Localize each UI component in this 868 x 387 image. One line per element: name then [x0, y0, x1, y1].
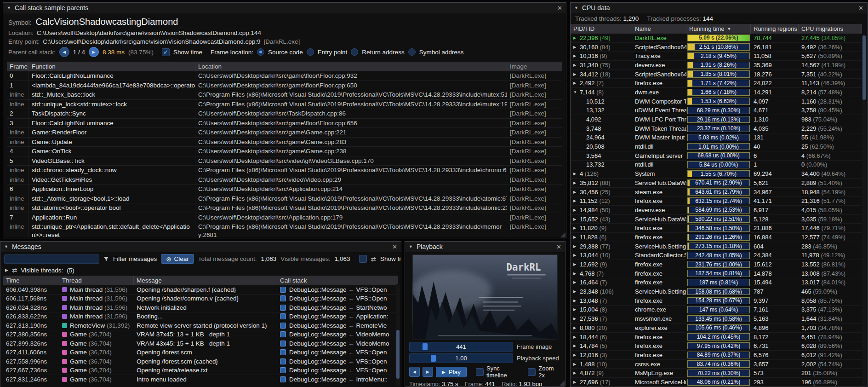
- column-header-pid[interactable]: PID/TID: [571, 24, 632, 34]
- callstack-button[interactable]: [280, 323, 286, 329]
- cpu-thread-row[interactable]: ▶14,984 (50)devenv.exe584.69 ms (2.53%)6…: [571, 206, 862, 215]
- callstack-button[interactable]: [280, 376, 286, 382]
- callstack-button[interactable]: [280, 331, 286, 337]
- callstack-frame-row[interactable]: 6Application::InnerLoopC:\Users\wolf\Des…: [7, 185, 562, 194]
- cpu-thread-row[interactable]: ▶11,820 (9)firefox.exe346.58 ms (1.50%)2…: [571, 224, 862, 233]
- close-icon[interactable]: ✕: [556, 243, 561, 250]
- zoom-2x-checkbox[interactable]: [528, 368, 536, 376]
- cpu-thread-row[interactable]: ▶29,388 (77)ServiceHub.SettingsHost273.1…: [571, 242, 862, 251]
- cpu-thread-row[interactable]: ▶11,828 (6)firefox.exe291.26 ms (1.26%)1…: [571, 233, 862, 242]
- expand-arrow-icon[interactable]: ▶: [573, 36, 580, 40]
- vertical-scrollbar[interactable]: [862, 35, 866, 386]
- cpu-thread-row[interactable]: ▶12,016 (3)firefox.exe84.89 ms (0.37%)6,…: [571, 351, 862, 360]
- radio-return-address[interactable]: [351, 48, 358, 56]
- expand-arrow-icon[interactable]: ▶: [573, 335, 580, 339]
- callstack-button[interactable]: [280, 287, 286, 293]
- expand-arrow-icon[interactable]: ▶: [573, 190, 580, 194]
- cpu-thread-row[interactable]: ▶13,044 (10)StandardCollector.Servic242.…: [571, 251, 862, 260]
- cpu-thread-row[interactable]: 13,132uDWM Event Thread68.29 ms (0.30%)4…: [571, 106, 862, 116]
- collapse-icon[interactable]: ▼: [409, 244, 413, 249]
- expand-arrow-icon[interactable]: ▶: [573, 45, 580, 49]
- expand-arrow-icon[interactable]: ▶: [573, 317, 580, 321]
- message-row[interactable]: 627,558,996nsGame (36,704)Opening /fores…: [3, 357, 398, 366]
- message-row[interactable]: 627,831,246nsGame (36,704)Intro menu loa…: [3, 375, 398, 384]
- message-row[interactable]: 626,833,622nsMain thread (31,596)Booting…: [3, 312, 398, 322]
- cpu-thread-row[interactable]: ▶30,160 (84)ScriptedSandbox64.exe2.51 s …: [571, 43, 862, 52]
- message-row[interactable]: 627,399,326nsGame (36,704)VRAM 43x45: 15…: [3, 339, 398, 348]
- cpu-thread-row[interactable]: 13,732ntdll.dll5.84 us (0.00%)10 (0.00%): [571, 161, 862, 170]
- callstack-button[interactable]: [280, 305, 286, 311]
- prev-parent-button[interactable]: ◀: [59, 47, 69, 57]
- column-header-cpu-migrations[interactable]: CPU migrations: [799, 24, 862, 34]
- message-row[interactable]: 627,667,736nsGame (36,704)Opening /meta/…: [3, 366, 398, 375]
- callstack-titlebar[interactable]: ▼ Call stack sample parents ✕: [3, 3, 566, 13]
- expand-arrow-icon[interactable]: ▶: [573, 299, 580, 303]
- radio-symbol-address[interactable]: [408, 48, 416, 56]
- message-row[interactable]: 627,411,606nsGame (36,704)Opening /fores…: [3, 348, 398, 358]
- close-icon[interactable]: ✕: [858, 5, 863, 12]
- filter-input[interactable]: [4, 254, 99, 264]
- next-parent-button[interactable]: ▶: [89, 47, 99, 57]
- callstack-frame-row[interactable]: inlineGame::UpdateC:\Users\wolf\Desktop\…: [7, 138, 562, 147]
- column-header-image[interactable]: Image: [507, 62, 562, 71]
- expand-arrow-icon[interactable]: ▶: [573, 226, 580, 230]
- column-header-time[interactable]: Time: [3, 276, 59, 285]
- callstack-button[interactable]: [280, 295, 286, 301]
- step-back-button[interactable]: ◀: [409, 367, 420, 377]
- playback-frame-image[interactable]: DarkRL: [412, 254, 558, 340]
- cpu-thread-row[interactable]: ▶15,004 (8)chrome.exe147 ms (0.64%)7,161…: [571, 306, 862, 315]
- callstack-button[interactable]: [280, 341, 286, 347]
- expand-arrow-icon[interactable]: ▶: [573, 81, 580, 85]
- scrollbar-thumb[interactable]: [862, 35, 866, 100]
- expand-arrow-icon[interactable]: ▶: [573, 208, 580, 212]
- callstack-frame-row[interactable]: inlinestd::_Mutex_base::lockC:\Program F…: [7, 90, 562, 100]
- callstack-button[interactable]: [280, 358, 286, 364]
- cpu-thread-row[interactable]: ▶10,316 (9)Tracy.exe2.18 s (9.45%)11,058…: [571, 52, 862, 61]
- expand-arrow-icon[interactable]: ▶: [573, 262, 580, 266]
- sync-timeline-checkbox[interactable]: [476, 368, 484, 376]
- collapse-icon[interactable]: ▼: [7, 6, 11, 10]
- cpu-thread-row[interactable]: ▶11,152 (12)firefox.exe632.15 ms (2.74%)…: [571, 196, 862, 206]
- expand-arrow-icon[interactable]: ▶: [573, 199, 580, 203]
- column-header-location[interactable]: Location: [195, 62, 507, 71]
- frame-image-slider[interactable]: 441: [409, 342, 513, 352]
- callstack-frame-row[interactable]: inlinestd::atomic<bool>::operator boolC:…: [7, 203, 562, 213]
- cpu-thread-row[interactable]: ▶35,812 (88)ServiceHub.DataWarehou670.41…: [571, 179, 862, 188]
- callstack-frame-row[interactable]: 7Application::RunC:\Users\wolf\Desktop\d…: [7, 213, 562, 223]
- expand-arrow-icon[interactable]: ▶: [573, 353, 580, 357]
- vertical-scrollbar[interactable]: [396, 284, 400, 386]
- callstack-frame-row[interactable]: inlineVideo::GetTicksHiResC:\Users\wolf\…: [7, 175, 562, 185]
- callstack-frame-row[interactable]: inlinestd::_Atomic_storage<bool,1>::load…: [7, 194, 562, 204]
- playback-titlebar[interactable]: ▼ Playback ✕: [405, 242, 565, 252]
- expand-arrow-icon[interactable]: ▶: [573, 244, 580, 248]
- play-button[interactable]: ▶Play: [436, 367, 467, 377]
- cpu-thread-row[interactable]: ▶16,464 (7)firefox.exe187 ms (0.81%)15,4…: [571, 278, 862, 288]
- message-row[interactable]: 627,313,190nsRemoteView (31,392)Remote v…: [3, 321, 398, 330]
- callstack-frame-row[interactable]: 0Floor::CalcLightNoLuminanceC:\Users\wol…: [7, 71, 562, 81]
- cpu-thread-row[interactable]: ▶27,696 (17)Microsoft.ServiceHub.Co48.06…: [571, 378, 862, 387]
- expand-arrow-icon[interactable]: ▶: [573, 362, 580, 366]
- callstack-frame-row[interactable]: 1<lambda_84a19dc444fae966ca174e83e708bdc…: [7, 81, 562, 91]
- expand-arrow-icon[interactable]: ▶: [573, 235, 580, 239]
- scrollbar-thumb[interactable]: [396, 330, 400, 379]
- cpu-thread-row[interactable]: ▶23,348 (106)ServiceHub.SettingsHost158.…: [571, 287, 862, 296]
- cpu-thread-row[interactable]: ▶18,444 (6)firefox.exe104.2 ms (0.45%)8,…: [571, 333, 862, 342]
- message-row[interactable]: 626,024,328nsMain thread (31,596)Network…: [3, 303, 398, 312]
- expand-arrow-icon[interactable]: ▶: [573, 271, 580, 276]
- expand-arrow-icon[interactable]: ▶: [573, 371, 580, 375]
- cpu-thread-row[interactable]: 24,964DWM Master Input Thread5.03 ms (0.…: [571, 133, 862, 143]
- cpu-thread-row[interactable]: 3,748DWM Token Thread23.37 ms (0.10%)4,0…: [571, 124, 862, 133]
- collapse-icon[interactable]: ▼: [4, 244, 8, 249]
- callstack-frame-row[interactable]: 3Floor::CalcLightNoLuminanceC:\Users\wol…: [7, 119, 562, 128]
- close-icon[interactable]: ✕: [557, 5, 562, 12]
- expand-arrow-icon[interactable]: ▶: [573, 307, 580, 312]
- callstack-button[interactable]: [280, 313, 286, 319]
- column-header-message[interactable]: Message: [134, 276, 277, 285]
- cpu-thread-row[interactable]: ▶8,080 (20)explorer.exe105.66 ms (0.46%)…: [571, 323, 862, 333]
- expand-arrow-icon[interactable]: ▼: [573, 90, 580, 94]
- cpu-thread-row[interactable]: ▶14,784 (5)firefox.exe97.95 ms (0.42%)6,…: [571, 341, 862, 351]
- cpu-thread-row[interactable]: ▶4,768 (7)firefox.exe187.54 ms (0.81%)14…: [571, 269, 862, 278]
- expand-arrow-icon[interactable]: ▶: [573, 181, 580, 185]
- visible-threads-row[interactable]: ▶ ⇄ Visible threads: (5): [0, 266, 401, 276]
- expand-arrow-icon[interactable]: ▶: [573, 326, 580, 330]
